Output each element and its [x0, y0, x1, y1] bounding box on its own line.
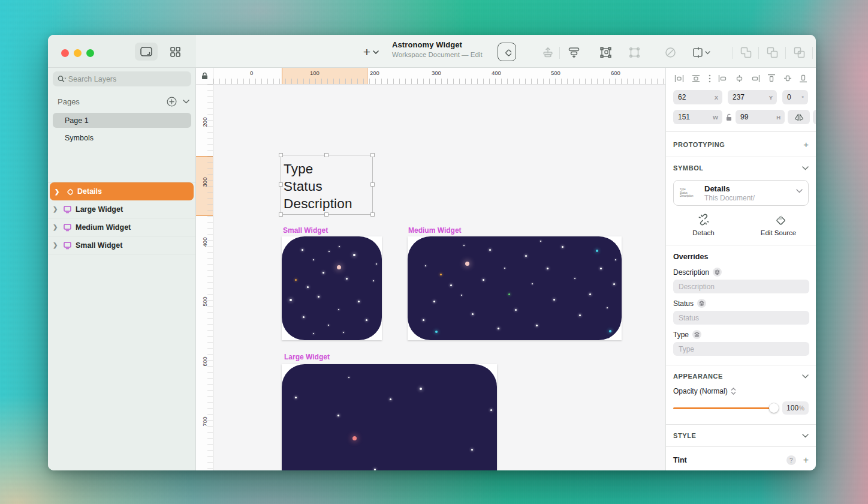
scale-button[interactable] — [692, 43, 710, 61]
layers-stack-icon[interactable] — [697, 299, 706, 308]
override-input-type[interactable] — [673, 342, 809, 356]
artboard-title-large[interactable]: Large Widget — [284, 353, 330, 361]
horizontal-ruler[interactable]: 0 100 200 300 400 500 600 — [213, 68, 665, 85]
add-prototyping-button[interactable]: + — [803, 139, 809, 149]
align-right-icon[interactable] — [751, 74, 760, 83]
layers-stack-icon[interactable] — [692, 330, 701, 339]
star — [352, 436, 357, 440]
expand-chevron-icon[interactable]: ❯ — [55, 188, 61, 195]
ruler-lock[interactable] — [196, 68, 213, 85]
more-dots-icon[interactable] — [709, 74, 711, 83]
page-item-page1[interactable]: Page 1 — [53, 113, 191, 128]
titlebar: + Astronomy Widget Workspace Document — … — [48, 35, 816, 68]
rotation-field[interactable]: 0 ° — [782, 90, 808, 104]
selection-handle[interactable] — [370, 182, 375, 187]
layer-item-medium-widget[interactable]: ❯ Medium Widget — [48, 218, 195, 236]
layer-label: Medium Widget — [76, 223, 131, 232]
selection-handle[interactable] — [279, 182, 283, 187]
stepper-icon[interactable] — [731, 388, 736, 395]
flip-vertical-button[interactable] — [813, 110, 816, 124]
layer-item-large-widget[interactable]: ❯ Large Widget — [48, 200, 195, 218]
layers-stack-icon[interactable] — [713, 268, 722, 277]
expand-chevron-icon[interactable]: ❯ — [53, 224, 59, 230]
tint-help-icon[interactable]: ? — [786, 455, 796, 465]
prototyping-section-header[interactable]: PROTOTYPING + — [666, 132, 816, 157]
search-layers-field[interactable] — [53, 71, 191, 86]
width-field[interactable]: 151 W — [673, 110, 722, 124]
symbol-tool-button[interactable] — [498, 43, 516, 61]
y-position-field[interactable]: 237 Y — [728, 90, 777, 104]
selected-symbol-instance[interactable]: Type Status Description — [281, 155, 373, 215]
selection-handle[interactable] — [370, 212, 375, 217]
symbol-section-header[interactable]: SYMBOL — [666, 157, 816, 179]
canvas-area[interactable]: 0 100 200 300 400 500 600 200 300 400 50… — [196, 68, 665, 470]
style-section-header[interactable]: STYLE — [666, 425, 816, 446]
style-collapse-chevron[interactable] — [802, 434, 809, 438]
search-input[interactable] — [68, 75, 186, 83]
aspect-lock-button[interactable] — [725, 113, 733, 121]
align-top-icon[interactable] — [767, 74, 776, 83]
selection-handle[interactable] — [324, 153, 328, 157]
add-page-button[interactable] — [167, 97, 177, 107]
artboard-title-medium[interactable]: Medium Widget — [408, 226, 462, 235]
selection-handle[interactable] — [324, 212, 328, 217]
star — [302, 249, 303, 251]
panel-toggle-button[interactable] — [135, 43, 158, 61]
override-input-description[interactable] — [673, 280, 809, 293]
rotation-unit-label: ° — [801, 94, 804, 101]
selection-handle[interactable] — [279, 153, 283, 157]
align-middle-vertical-icon[interactable] — [783, 74, 792, 83]
align-center-horizontal-icon[interactable] — [735, 74, 744, 83]
override-label-type: Type — [666, 325, 816, 342]
expand-chevron-icon[interactable]: ❯ — [53, 242, 59, 248]
layer-item-small-widget[interactable]: ❯ Small Widget — [48, 236, 195, 254]
opacity-blendmode-control[interactable]: Opacity (Normal) — [666, 387, 816, 400]
expand-chevron-icon[interactable]: ❯ — [53, 206, 59, 212]
minimize-window-button[interactable] — [74, 49, 82, 57]
add-tint-button[interactable]: + — [803, 455, 809, 466]
star — [553, 299, 555, 301]
opacity-slider[interactable] — [673, 403, 777, 413]
opacity-value-field[interactable]: 100 % — [782, 401, 809, 415]
close-window-button[interactable] — [61, 49, 69, 57]
canvas-viewport[interactable]: Type Status Description Small Widget — [213, 85, 665, 470]
opacity-slider-thumb[interactable] — [769, 403, 779, 413]
distribute-horizontal-icon[interactable] — [674, 74, 684, 83]
document-subtitle[interactable]: Workspace Document — Edit — [392, 51, 483, 58]
distribute-vertical-icon[interactable] — [691, 74, 701, 83]
layer-item-details[interactable]: ❯ Details — [50, 182, 194, 200]
override-label: Description — [673, 268, 709, 277]
tidy-button[interactable] — [565, 43, 583, 61]
star — [589, 293, 591, 295]
toolbar-separator — [733, 47, 733, 59]
appearance-collapse-chevron[interactable] — [802, 374, 809, 379]
flip-horizontal-button[interactable] — [788, 110, 810, 124]
align-bottom-icon[interactable] — [799, 74, 807, 83]
grid-view-button[interactable] — [164, 43, 186, 61]
zoom-window-button[interactable] — [86, 49, 94, 57]
appearance-section-header[interactable]: APPEARANCE — [666, 365, 816, 387]
override-input-status[interactable] — [673, 311, 809, 325]
selection-handle[interactable] — [370, 153, 375, 157]
ruler-label: 300 — [432, 70, 441, 76]
artboard-title-small[interactable]: Small Widget — [283, 226, 328, 235]
detach-symbol-button[interactable]: Detach — [666, 213, 741, 236]
artboard-large-widget[interactable] — [282, 364, 497, 470]
artboard-small-widget[interactable] — [282, 236, 382, 340]
star — [313, 259, 314, 260]
page-item-symbols[interactable]: Symbols — [53, 130, 191, 145]
edit-source-button[interactable]: Edit Source — [741, 213, 816, 236]
symbol-picker-dropdown[interactable]: TypeStatusDescription Details This Docum… — [673, 180, 809, 206]
artboard-medium-widget[interactable] — [408, 236, 622, 340]
selection-handle[interactable] — [279, 212, 283, 217]
symbol-collapse-chevron[interactable] — [802, 166, 809, 170]
insert-chevron-icon[interactable] — [371, 43, 381, 61]
x-position-field[interactable]: 62 X — [673, 90, 722, 104]
vertical-ruler[interactable]: 200 300 400 500 600 700 — [196, 85, 213, 470]
pages-collapse-chevron[interactable] — [183, 100, 189, 104]
dropdown-chevron-icon — [796, 189, 803, 193]
edit-symbol-button[interactable] — [596, 43, 614, 61]
height-field[interactable]: 99 H — [736, 110, 785, 124]
align-left-icon[interactable] — [718, 74, 727, 83]
star — [423, 319, 424, 321]
